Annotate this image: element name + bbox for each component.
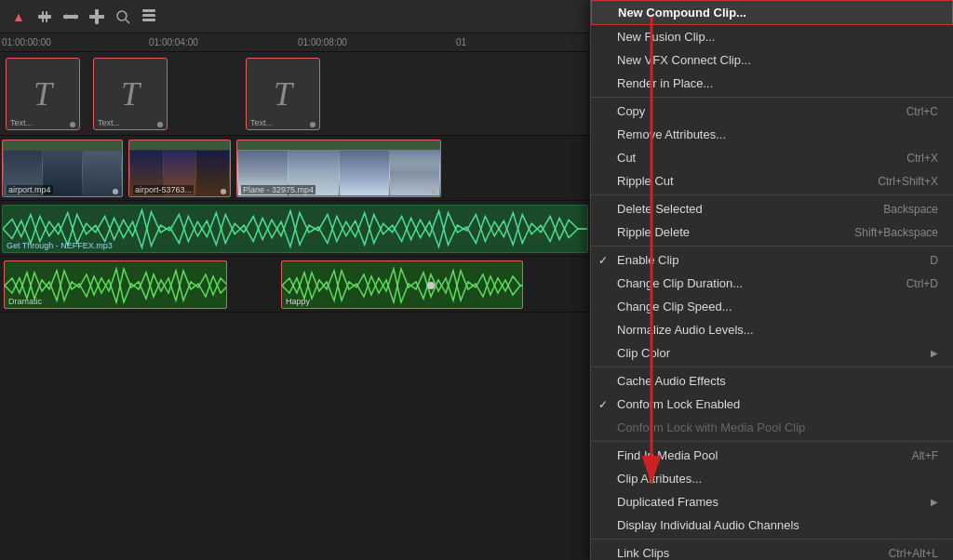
menu-item-normalize-audio[interactable]: Normalize Audio Levels... (591, 318, 953, 341)
menu-item-change-duration-label: Change Clip Duration... (617, 276, 743, 290)
menu-item-enable-clip-shortcut: D (930, 254, 938, 267)
menu-item-duplicated-frames-label: Duplicated Frames (617, 495, 718, 509)
happy-label: Happy (286, 297, 310, 306)
menu-item-remove-attributes[interactable]: Remove Attributes... (591, 123, 953, 146)
menu-item-find-media-shortcut: Alt+F (912, 449, 938, 462)
video-clip-dot-3 (431, 189, 436, 194)
video-clip-label-2: airport-53763... (133, 185, 194, 194)
menu-item-conform-lock-enabled[interactable]: Conform Lock Enabled (591, 393, 953, 416)
text-clip-label-3: Text... (250, 118, 273, 127)
dramatic-label: Dramatic (8, 297, 42, 306)
menu-item-link-clips-shortcut: Ctrl+Alt+L (889, 547, 938, 560)
video-clip-dot-1 (113, 189, 118, 194)
menu-item-change-duration[interactable]: Change Clip Duration... Ctrl+D (591, 272, 953, 295)
menu-item-clip-color-label: Clip Color (617, 346, 670, 360)
menu-item-duplicated-frames[interactable]: Duplicated Frames (591, 490, 953, 513)
svg-rect-10 (142, 9, 155, 12)
timeline-panel: ▲ 01:00:00:00 01:00:04:00 01:00:08:00 01… (0, 0, 596, 560)
text-clip-dot-3 (310, 122, 315, 127)
video-clip-3[interactable]: Plane - 32975.mp4 (236, 140, 441, 197)
menu-item-ripple-cut-shortcut: Ctrl+Shift+X (878, 175, 938, 188)
menu-item-normalize-audio-label: Normalize Audio Levels... (617, 323, 754, 337)
zoom-tool-icon[interactable] (114, 7, 132, 26)
text-clip-icon-2: T (121, 77, 140, 111)
video-track: airport.mp4 airport-53763... (0, 136, 596, 201)
menu-item-cut-shortcut: Ctrl+X (906, 152, 938, 165)
menu-item-new-compound-clip-label: New Compound Clip... (618, 6, 746, 20)
menu-item-clip-attributes[interactable]: Clip Attributes... (591, 467, 953, 490)
menu-item-enable-clip[interactable]: Enable Clip D (591, 248, 953, 272)
menu-item-delete-selected[interactable]: Delete Selected Backspace (591, 197, 953, 220)
text-clip-icon: T (34, 77, 52, 111)
menu-item-copy-shortcut: Ctrl+C (906, 105, 938, 118)
cursor-tool-icon[interactable]: ▲ (9, 7, 28, 26)
menu-item-clip-attributes-label: Clip Attributes... (617, 472, 702, 486)
video-clip-dot-2 (221, 189, 226, 194)
menu-item-clip-color[interactable]: Clip Color (591, 341, 953, 365)
timeline-toolbar: ▲ (0, 0, 596, 33)
menu-item-copy-label: Copy (617, 104, 645, 118)
audio-main-label: Get Through - NEFFEX.mp3 (7, 241, 113, 250)
menu-item-new-compound-clip[interactable]: New Compound Clip... (591, 0, 953, 25)
menu-separator-3 (591, 246, 953, 247)
time-label-3: 01:00:08:00 (298, 37, 347, 47)
menu-item-new-fusion-clip[interactable]: New Fusion Clip... (591, 25, 953, 48)
menu-item-change-speed[interactable]: Change Clip Speed... (591, 295, 953, 318)
menu-item-render-label: Render in Place... (617, 76, 713, 90)
menu-item-remove-attributes-label: Remove Attributes... (617, 127, 726, 141)
video-clip-label-3: Plane - 32975.mp4 (241, 185, 315, 194)
menu-item-delete-selected-shortcut: Backspace (883, 203, 938, 216)
menu-item-conform-lock-media-pool[interactable]: Conform Lock with Media Pool Clip (591, 416, 953, 439)
happy-clip[interactable]: Happy (281, 260, 523, 309)
menu-item-cut[interactable]: Cut Ctrl+X (591, 146, 953, 169)
text-clip-dot-1 (70, 122, 75, 127)
svg-rect-2 (46, 11, 47, 22)
video-clip-1[interactable]: airport.mp4 (2, 140, 123, 197)
trim-tool-icon[interactable] (35, 7, 54, 26)
text-clip-1[interactable]: T Text... (6, 58, 80, 130)
menu-item-display-audio-channels[interactable]: Display Individual Audio Channels (591, 513, 953, 537)
menu-item-ripple-delete-label: Ripple Delete (617, 225, 690, 239)
menu-item-change-speed-label: Change Clip Speed... (617, 300, 732, 313)
slip-tool-icon[interactable] (61, 7, 80, 26)
tracks-container: T Text... T Text... T Text... (0, 52, 596, 560)
menu-item-enable-clip-label: Enable Clip (617, 253, 679, 267)
svg-marker-4 (63, 14, 67, 20)
menu-item-link-clips-label: Link Clips (617, 546, 669, 560)
audio-main-clip[interactable]: // Generate waveform bars Get Through - … (2, 205, 588, 253)
menu-item-ripple-delete[interactable]: Ripple Delete Shift+Backspace (591, 220, 953, 244)
menu-item-render-in-place[interactable]: Render in Place... (591, 72, 953, 95)
menu-item-new-fusion-clip-label: New Fusion Clip... (617, 30, 715, 44)
svg-marker-5 (74, 14, 78, 20)
dramatic-clip[interactable]: Dramatic (4, 260, 227, 309)
menu-item-cache-audio[interactable]: Cache Audio Effects (591, 369, 953, 393)
text-track: T Text... T Text... T Text... (0, 52, 596, 136)
audio-sub-track: Dramatic Happy (0, 257, 596, 313)
text-clip-2[interactable]: T Text... (93, 58, 168, 130)
menu-item-find-in-media-pool[interactable]: Find In Media Pool Alt+F (591, 444, 953, 467)
menu-item-new-vfx-clip[interactable]: New VFX Connect Clip... (591, 48, 953, 72)
blade-tool-icon[interactable] (87, 7, 106, 26)
text-clip-label-2: Text... (98, 118, 120, 127)
happy-waveform-svg (282, 261, 523, 309)
menu-item-ripple-cut[interactable]: Ripple Cut Ctrl+Shift+X (591, 169, 953, 193)
menu-item-copy[interactable]: Copy Ctrl+C (591, 100, 953, 123)
menu-item-cut-label: Cut (617, 151, 636, 165)
text-clip-3[interactable]: T Text... (246, 58, 320, 130)
menu-separator-4 (591, 367, 953, 367)
menu-item-conform-lock-label: Conform Lock Enabled (617, 397, 740, 411)
text-clip-dot-2 (157, 122, 163, 127)
hand-tool-icon[interactable] (140, 7, 158, 26)
menu-item-ripple-cut-label: Ripple Cut (617, 174, 674, 188)
menu-separator-6 (591, 539, 953, 540)
svg-rect-0 (38, 15, 51, 19)
svg-line-9 (126, 20, 129, 23)
audio-main-track: // Generate waveform bars Get Through - … (0, 201, 596, 257)
menu-separator-2 (591, 194, 953, 195)
time-ruler: 01:00:00:00 01:00:04:00 01:00:08:00 01 (0, 33, 596, 52)
video-clip-2[interactable]: airport-53763... (128, 140, 231, 197)
menu-item-conform-lock-media-label: Conform Lock with Media Pool Clip (617, 420, 805, 434)
svg-rect-7 (89, 15, 104, 19)
text-clip-label-1: Text... (10, 118, 33, 127)
menu-item-link-clips[interactable]: Link Clips Ctrl+Alt+L (591, 541, 953, 560)
